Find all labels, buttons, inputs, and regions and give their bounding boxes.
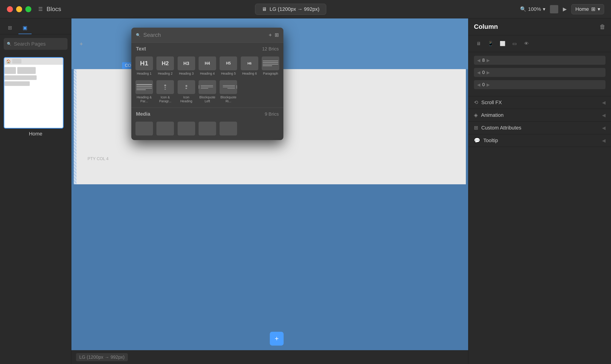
bric-name-paragraph: Paragraph [263, 72, 278, 76]
para-line-4 [263, 65, 272, 66]
column-stripe [74, 69, 77, 184]
h4-label: H4 [205, 61, 210, 66]
media-item-2[interactable] [155, 119, 176, 138]
bric-preview-h2: H2 [156, 56, 174, 70]
bric-item-blockquote-right[interactable]: Blockquote Ri... [218, 78, 239, 105]
arrow-left[interactable]: ◀ [477, 58, 480, 63]
scroll-fx-icon: ⟲ [474, 100, 478, 105]
bric-item-h3[interactable]: H3 Heading 3 [176, 54, 197, 78]
view-toggle[interactable] [550, 5, 558, 13]
bric-item-h1[interactable]: H1 Heading 1 [134, 54, 155, 78]
thumb-box-1 [4, 67, 16, 74]
animation-icon: ◈ [474, 112, 478, 118]
h5-label: H5 [226, 61, 231, 65]
animation-item[interactable]: ◈ Animation ◀ [468, 109, 611, 122]
visibility-view-btn[interactable]: 👁 [522, 39, 531, 48]
page-selector-chevron: ▾ [598, 6, 600, 12]
thumb-box-3 [4, 75, 37, 80]
bric-item-blockquote-left[interactable]: Blockquote Left [197, 78, 218, 105]
bq-r-line-3 [227, 88, 235, 89]
custom-attributes-item[interactable]: ⊞ Custom Attributes ◀ [468, 122, 611, 134]
pad-right-arrow[interactable]: ▶ [487, 70, 490, 75]
media-section-title: Media [136, 111, 150, 117]
delete-button[interactable]: 🗑 [599, 23, 605, 30]
para-line-3 [263, 64, 278, 65]
animation-label: Animation [481, 112, 602, 118]
heading-para-preview [135, 83, 153, 91]
hp-line-3 [136, 88, 152, 89]
thumb-row-1 [4, 67, 63, 74]
padding-top-row: ◀ 0 ▶ [474, 68, 605, 77]
bric-item-h2[interactable]: H2 Heading 2 [155, 54, 176, 78]
pad-b-left-arrow[interactable]: ◀ [477, 82, 480, 87]
scroll-fx-item[interactable]: ⟲ Scroll FX ◀ [468, 96, 611, 109]
bq-r-line-1 [223, 85, 235, 86]
zoom-control[interactable]: 🔍 100% ▾ [520, 6, 545, 12]
traffic-lights [7, 6, 31, 12]
bric-search-input[interactable] [143, 32, 266, 38]
menu-icon[interactable]: ☰ [38, 6, 43, 12]
icon-heading-prev [184, 84, 188, 90]
add-page-button[interactable]: + [79, 40, 83, 47]
bric-grid-btn[interactable]: ⊞ [275, 32, 279, 38]
desktop-view-btn[interactable]: 🖥 [474, 39, 483, 48]
maximize-button[interactable] [25, 6, 31, 12]
bric-name-bq-left: Blockquote Left [198, 95, 216, 103]
bric-preview-paragraph [262, 56, 279, 70]
bric-name-icon-heading: Icon Heading [177, 95, 195, 103]
page-selector[interactable]: Home ⊞ ▾ [571, 4, 604, 14]
tooltip-item[interactable]: 💬 Tooltip ◀ [468, 134, 611, 147]
media-item-5[interactable] [218, 119, 239, 138]
media-item-3[interactable] [176, 119, 197, 138]
media-preview-4 [199, 122, 216, 135]
ip-line-2 [165, 89, 166, 90]
bric-item-h4[interactable]: H4 Heading 4 [197, 54, 218, 78]
monitor-icon: 🖥 [262, 6, 267, 12]
minimize-button[interactable] [16, 6, 22, 12]
bric-grid-text: H1 Heading 1 H2 Heading 2 H3 Heading 3 H… [131, 54, 283, 108]
tablet-view-btn[interactable]: 📱 [486, 39, 495, 48]
pad-left-arrow[interactable]: ◀ [477, 70, 480, 75]
pages-icon: ▣ [23, 25, 27, 31]
bric-item-icon-para[interactable]: Icon & Paragr... [155, 78, 176, 105]
empty-col-text: PTY COL 4 [88, 156, 108, 161]
custom-attrs-chevron: ◀ [602, 125, 605, 131]
bric-picker: 🔍 + ⊞ Text 12 Brics H1 Heading 1 H2 Head… [131, 28, 283, 140]
tooltip-icon: 💬 [474, 138, 480, 143]
bric-item-h6[interactable]: H6 Heading 6 [239, 54, 260, 78]
bq-l-line-2 [201, 87, 213, 87]
bric-item-h5[interactable]: H5 Heading 5 [218, 54, 239, 78]
narrow-view-btn[interactable]: ▭ [510, 39, 519, 48]
sidebar-tab-layers[interactable]: ⊞ [4, 22, 16, 34]
arrow-right[interactable]: ▶ [487, 58, 490, 63]
close-button[interactable] [7, 6, 13, 12]
para-line-2 [263, 62, 278, 63]
bric-name-h3: Heading 3 [179, 72, 194, 76]
padding-bottom-box[interactable]: ◀ 0 ▶ [474, 80, 605, 89]
search-pages-input[interactable] [14, 41, 77, 47]
media-item-4[interactable] [197, 119, 218, 138]
layers-icon: ⊞ [8, 25, 12, 31]
media-item-1[interactable] [134, 119, 155, 138]
bric-preview-icon-para [156, 80, 174, 94]
bric-item-icon-heading[interactable]: Icon Heading [176, 78, 197, 105]
page-thumbnail[interactable]: 🏠 [4, 57, 64, 129]
play-button[interactable]: ▶ [563, 6, 567, 12]
pad-b-right-arrow[interactable]: ▶ [487, 82, 490, 87]
hp-line-1 [136, 84, 152, 85]
spacing-value: 8 [482, 58, 485, 63]
thumb-box-4 [4, 81, 30, 86]
wide-view-btn[interactable]: ⬜ [498, 39, 507, 48]
padding-top-box[interactable]: ◀ 0 ▶ [474, 68, 605, 77]
sidebar-tab-pages[interactable]: ▣ [18, 22, 32, 34]
device-selector[interactable]: 🖥 LG (1200px → 992px) [255, 4, 326, 15]
bric-add-btn[interactable]: + [269, 32, 272, 38]
bric-item-paragraph[interactable]: Paragraph [260, 54, 281, 78]
spacing-row: ◀ 8 ▶ [474, 56, 605, 65]
add-bric-button[interactable]: + [270, 332, 284, 346]
bric-name-h5: Heading 5 [221, 72, 236, 76]
bric-item-heading-para[interactable]: Heading & Par... [134, 78, 155, 105]
spacing-left[interactable]: ◀ 8 ▶ [474, 56, 605, 65]
bq-r-line-2 [223, 87, 235, 87]
bric-name-h1: Heading 1 [137, 72, 152, 76]
